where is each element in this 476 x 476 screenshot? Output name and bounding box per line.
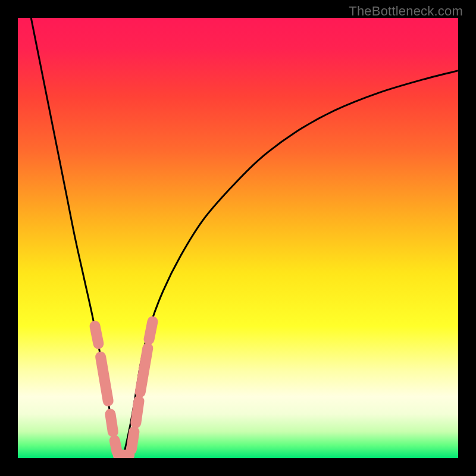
marker-capsule bbox=[140, 348, 148, 392]
curve-markers bbox=[95, 322, 153, 455]
marker-capsule bbox=[136, 401, 139, 423]
watermark-text: TheBottleneck.com bbox=[349, 4, 463, 19]
plot-area bbox=[18, 18, 458, 458]
marker-capsule bbox=[149, 322, 153, 340]
bottleneck-curve bbox=[31, 18, 458, 456]
curve-layer bbox=[18, 18, 458, 458]
marker-capsule bbox=[101, 357, 108, 401]
chart-frame: TheBottleneck.com bbox=[0, 0, 476, 476]
marker-capsule bbox=[95, 326, 99, 344]
marker-capsule bbox=[110, 414, 112, 432]
marker-capsule bbox=[115, 440, 117, 452]
marker-capsule bbox=[131, 432, 134, 450]
